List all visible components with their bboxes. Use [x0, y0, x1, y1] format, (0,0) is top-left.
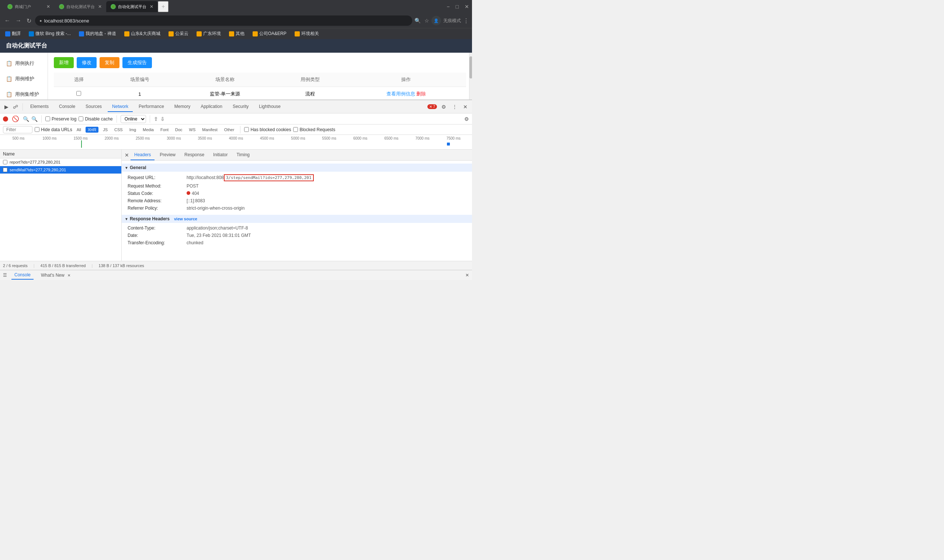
bookmark-oa[interactable]: 公司OA&ERP [250, 30, 289, 38]
console-close-button[interactable]: ✕ [465, 272, 469, 278]
hide-data-urls-label[interactable]: Hide data URLs [35, 127, 72, 132]
tab-0[interactable]: 🌿 商城门户 ✕ [3, 1, 55, 12]
tab-application[interactable]: Application [196, 102, 227, 112]
details-tab-headers[interactable]: Headers [131, 150, 154, 160]
search-icon[interactable]: 🔍 [31, 116, 38, 122]
bookmark-gcy[interactable]: 公采云 [166, 30, 191, 38]
filter-css-button[interactable]: CSS [112, 127, 125, 132]
tab-elements[interactable]: Elements [26, 102, 53, 112]
sidebar-item-maintain[interactable]: 📋 用例维护 [0, 71, 48, 86]
record-button[interactable] [3, 117, 8, 122]
bookmark-env[interactable]: 环境相关 [292, 30, 321, 38]
filter-xhr-button[interactable]: XHR [86, 127, 99, 132]
tab-performance[interactable]: Performance [134, 102, 168, 112]
details-tab-timing[interactable]: Timing [233, 150, 253, 160]
throttle-select[interactable]: Online [120, 115, 146, 123]
tab-lighthouse[interactable]: Lighthouse [255, 102, 285, 112]
report-button[interactable]: 生成报告 [122, 57, 152, 68]
edit-button[interactable]: 修改 [77, 57, 97, 68]
network-settings-icon[interactable]: ⚙ [464, 116, 469, 122]
main-scrollbar[interactable] [469, 53, 472, 100]
details-tab-initiator[interactable]: Initiator [210, 150, 231, 160]
export-button[interactable]: ⇩ [160, 116, 165, 122]
disable-cache-checkbox[interactable] [79, 117, 83, 121]
response-headers-section-title[interactable]: ▼ Response Headers view source [122, 215, 472, 223]
bookmark-gd[interactable]: 广东环境 [194, 30, 223, 38]
search-icon[interactable]: 🔍 [415, 18, 421, 23]
devtools-close-button[interactable]: ✕ [462, 102, 469, 111]
request-1-checkbox[interactable] [3, 168, 8, 172]
blocked-requests-checkbox[interactable] [293, 127, 298, 132]
hide-data-urls-checkbox[interactable] [35, 127, 39, 132]
maximize-button[interactable]: □ [456, 4, 459, 9]
request-0-checkbox[interactable] [3, 160, 8, 164]
minimize-button[interactable]: − [447, 4, 449, 9]
filter-other-button[interactable]: Other [222, 127, 237, 132]
request-item-1[interactable]: sendMail?ids=277,279,280,201 [0, 166, 121, 174]
menu-button[interactable]: ⋮ [463, 17, 469, 24]
profile-button[interactable]: 👤 [432, 16, 441, 25]
preserve-log-checkbox[interactable] [45, 117, 50, 121]
copy-button[interactable]: 复制 [100, 57, 119, 68]
filter-all-button[interactable]: All [74, 127, 83, 132]
whats-new-close[interactable]: ✕ [68, 273, 71, 277]
row-check[interactable] [54, 87, 103, 100]
preserve-log-label[interactable]: Preserve log [45, 117, 76, 122]
request-item-0[interactable]: report?ids=277,279,280,201 [0, 158, 121, 166]
filter-icon[interactable]: 🔍 [23, 116, 29, 122]
new-tab-button[interactable]: + [158, 1, 168, 12]
delete-button[interactable]: 删除 [416, 91, 426, 97]
bookmark-star-icon[interactable]: ☆ [424, 18, 429, 23]
filter-img-button[interactable]: Img [127, 127, 138, 132]
row-checkbox[interactable] [76, 91, 81, 96]
filter-media-button[interactable]: Media [140, 127, 156, 132]
details-tab-preview[interactable]: Preview [156, 150, 179, 160]
console-bottom-tab[interactable]: Console [11, 271, 34, 280]
cursor-tool-button[interactable]: ▶ [3, 102, 10, 111]
bookmark-zentao[interactable]: 我的地盘 - 禅道 [77, 30, 118, 38]
tab-network[interactable]: Network [108, 102, 133, 112]
filter-ws-button[interactable]: WS [187, 127, 198, 132]
bookmark-bing[interactable]: 微软 Bing 搜索 -... [26, 30, 73, 38]
devtools-bottom-icon[interactable]: ☰ [3, 272, 7, 278]
tab-1[interactable]: 🌿 自动化测试平台 ✕ [55, 1, 106, 12]
import-button[interactable]: ⇧ [154, 116, 158, 122]
whats-new-tab[interactable]: What's New ✕ [38, 271, 73, 279]
forward-button[interactable]: → [14, 16, 23, 25]
bookmark-mall[interactable]: 山东&大庆商城 [122, 30, 163, 38]
general-section-title[interactable]: ▼ General [122, 163, 472, 172]
filter-manifest-button[interactable]: Manifest [200, 127, 220, 132]
tab-security[interactable]: Security [228, 102, 253, 112]
filter-doc-button[interactable]: Doc [173, 127, 185, 132]
close-button[interactable]: ✕ [464, 4, 469, 9]
has-blocked-cookies-checkbox[interactable] [244, 127, 249, 132]
details-tab-response[interactable]: Response [181, 150, 208, 160]
bookmark-other[interactable]: 其他 [227, 30, 247, 38]
tab-2-close[interactable]: ✕ [150, 4, 153, 9]
refresh-button[interactable]: ↻ [25, 16, 33, 26]
scrollbar-thumb[interactable] [469, 56, 472, 78]
disable-cache-label[interactable]: Disable cache [79, 117, 113, 122]
back-button[interactable]: ← [3, 16, 12, 25]
blocked-requests-label[interactable]: Blocked Requests [293, 127, 335, 132]
view-info-button[interactable]: 查看用例信息 [386, 91, 415, 97]
filter-input[interactable] [3, 126, 32, 133]
address-bar[interactable]: ● localhost:8083/scene [35, 15, 412, 26]
bookmark-translate[interactable]: 翻譯 [3, 30, 23, 38]
devtools-settings-button[interactable]: ⚙ [440, 102, 448, 111]
devtools-more-button[interactable]: ⋮ [450, 102, 459, 111]
sidebar-item-execute[interactable]: 📋 用例执行 [0, 55, 48, 71]
view-source-link[interactable]: view source [174, 217, 197, 221]
add-button[interactable]: 新增 [54, 57, 74, 68]
clear-button[interactable]: 🚫 [10, 114, 21, 124]
tab-0-close[interactable]: ✕ [46, 4, 50, 9]
tab-2[interactable]: 🌿 自动化测试平台 ✕ [106, 1, 158, 12]
sidebar-item-suite[interactable]: 📋 用例集维护 [0, 86, 48, 100]
filter-js-button[interactable]: JS [101, 127, 110, 132]
tab-console[interactable]: Console [55, 102, 80, 112]
has-blocked-cookies-label[interactable]: Has blocked cookies [244, 127, 291, 132]
tab-memory[interactable]: Memory [170, 102, 195, 112]
filter-font-button[interactable]: Font [158, 127, 171, 132]
tab-1-close[interactable]: ✕ [98, 4, 102, 9]
device-toolbar-button[interactable]: ☍ [11, 102, 20, 111]
